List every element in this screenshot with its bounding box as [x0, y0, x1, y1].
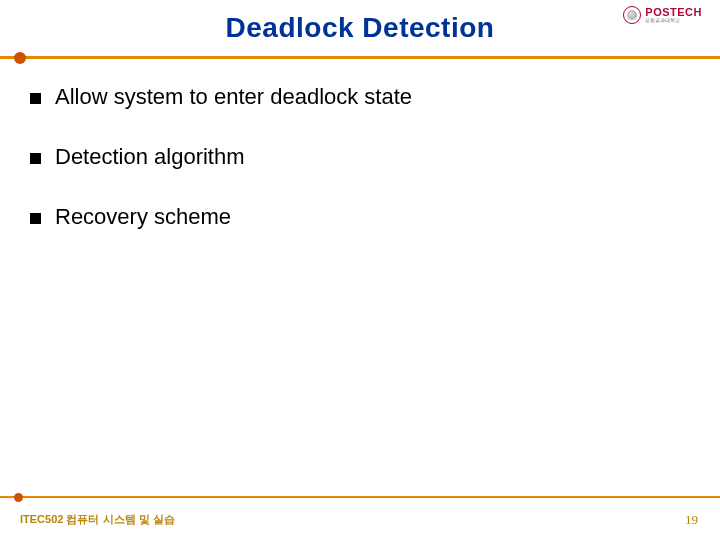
footer: ITEC502 컴퓨터 시스템 및 실습 19 — [0, 512, 720, 528]
divider-dot-icon — [14, 493, 23, 502]
bullet-text: Allow system to enter deadlock state — [55, 84, 412, 110]
divider-bottom — [0, 494, 720, 500]
logo-text: POSTECH 포항공과대학교 — [645, 7, 702, 23]
bullet-text: Recovery scheme — [55, 204, 231, 230]
bullet-text: Detection algorithm — [55, 144, 245, 170]
slide: Deadlock Detection POSTECH 포항공과대학교 Allow… — [0, 0, 720, 540]
slide-title: Deadlock Detection — [0, 12, 720, 44]
bullet-icon — [30, 213, 41, 224]
header: Deadlock Detection POSTECH 포항공과대학교 — [0, 0, 720, 44]
postech-logo: POSTECH 포항공과대학교 — [623, 6, 702, 24]
content-area: Allow system to enter deadlock state Det… — [0, 60, 720, 230]
divider-line — [0, 56, 720, 59]
divider-line — [0, 496, 720, 498]
list-item: Allow system to enter deadlock state — [30, 84, 690, 110]
page-number: 19 — [685, 512, 698, 528]
list-item: Detection algorithm — [30, 144, 690, 170]
footer-course-label: ITEC502 컴퓨터 시스템 및 실습 — [20, 512, 175, 528]
divider-dot-icon — [14, 52, 26, 64]
list-item: Recovery scheme — [30, 204, 690, 230]
logo-sub-text: 포항공과대학교 — [645, 18, 702, 23]
bullet-icon — [30, 153, 41, 164]
divider-top — [0, 54, 720, 60]
bullet-icon — [30, 93, 41, 104]
logo-seal-icon — [623, 6, 641, 24]
